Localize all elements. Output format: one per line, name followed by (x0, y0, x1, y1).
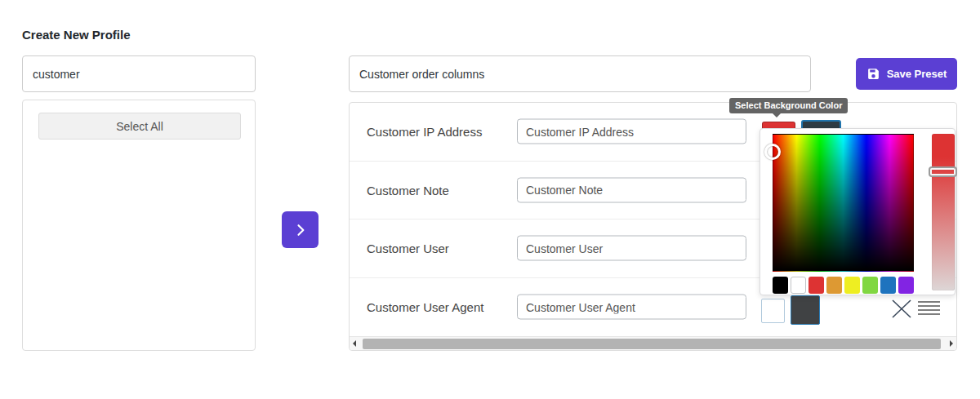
row-remove-icon[interactable] (891, 299, 912, 319)
column-title-input[interactable] (517, 295, 746, 320)
scroll-left-arrow-icon[interactable] (353, 340, 356, 347)
create-profile-page: Create New Profile Select All Save Prese… (0, 0, 980, 399)
column-label: Customer IP Address (367, 125, 482, 139)
palette-swatch[interactable] (844, 277, 860, 294)
column-label: Customer Note (367, 183, 449, 197)
color-picker-tooltip: Select Background Color (729, 98, 848, 113)
column-title-input[interactable] (517, 236, 746, 261)
available-columns-panel: Select All (22, 100, 256, 351)
saturation-value-square[interactable] (773, 134, 914, 272)
row-drag-handle-icon[interactable] (918, 301, 940, 317)
tooltip-arrow (772, 113, 782, 117)
chevron-right-icon (292, 222, 309, 238)
save-icon (866, 67, 880, 81)
color-picker-popup (760, 128, 956, 295)
column-title-input[interactable] (517, 177, 746, 202)
horizontal-scrollbar[interactable] (350, 336, 956, 350)
preset-title-input[interactable] (349, 55, 811, 92)
select-all-button[interactable]: Select All (38, 113, 241, 140)
palette-swatch[interactable] (773, 277, 788, 294)
palette-swatch[interactable] (898, 277, 914, 294)
column-label: Customer User Agent (367, 300, 483, 314)
scrollbar-thumb[interactable] (363, 339, 941, 349)
row4-background-color-button[interactable] (761, 299, 785, 323)
palette-row (773, 277, 914, 294)
profile-name-input[interactable] (22, 55, 256, 92)
scroll-right-arrow-icon[interactable] (950, 340, 953, 347)
save-preset-button[interactable]: Save Preset (856, 58, 957, 90)
page-title: Create New Profile (22, 28, 131, 42)
palette-swatch[interactable] (862, 277, 878, 294)
color-cursor[interactable] (764, 144, 781, 160)
palette-swatch[interactable] (880, 277, 896, 294)
hue-slider-handle[interactable] (929, 166, 957, 177)
palette-swatch[interactable] (826, 277, 842, 294)
column-title-input[interactable] (517, 119, 746, 144)
hue-slider[interactable] (932, 134, 955, 290)
save-preset-label: Save Preset (887, 68, 947, 80)
palette-swatch[interactable] (791, 277, 806, 294)
move-right-button[interactable] (282, 211, 318, 248)
row4-font-color-button[interactable] (791, 295, 820, 325)
column-label: Customer User (367, 242, 449, 255)
palette-swatch[interactable] (808, 277, 824, 294)
